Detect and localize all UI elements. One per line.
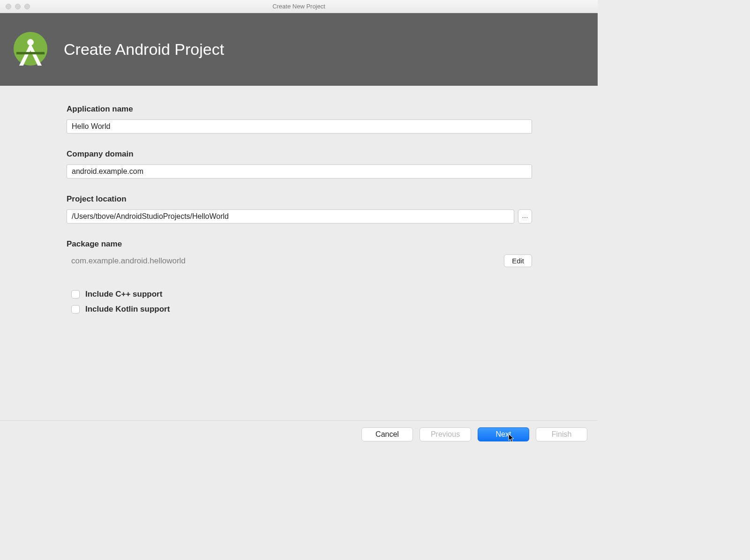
titlebar: Create New Project xyxy=(0,0,598,13)
include-kotlin-row: Include Kotlin support xyxy=(71,305,532,314)
company-domain-group: Company domain xyxy=(67,149,532,179)
application-name-input[interactable] xyxy=(67,119,532,134)
previous-button[interactable]: Previous xyxy=(420,427,471,441)
android-studio-icon xyxy=(10,29,51,71)
options-group: Include C++ support Include Kotlin suppo… xyxy=(67,290,532,314)
cancel-button[interactable]: Cancel xyxy=(361,427,413,441)
wizard-footer: Cancel Previous Next Finish xyxy=(0,420,598,448)
wizard-banner: Create Android Project xyxy=(0,13,598,86)
window-title: Create New Project xyxy=(0,3,598,10)
project-location-group: Project location … xyxy=(67,194,532,224)
project-location-input[interactable] xyxy=(67,209,514,224)
edit-package-button[interactable]: Edit xyxy=(504,254,532,267)
company-domain-label: Company domain xyxy=(67,149,532,159)
next-button[interactable]: Next xyxy=(478,427,529,441)
company-domain-input[interactable] xyxy=(67,164,532,179)
finish-button[interactable]: Finish xyxy=(536,427,587,441)
zoom-window-button[interactable] xyxy=(24,4,30,9)
include-kotlin-checkbox[interactable] xyxy=(71,305,80,314)
include-cpp-label: Include C++ support xyxy=(85,290,162,299)
browse-location-button[interactable]: … xyxy=(518,209,532,224)
include-kotlin-label: Include Kotlin support xyxy=(85,305,170,314)
include-cpp-checkbox[interactable] xyxy=(71,290,80,299)
form-area: Application name Company domain Project … xyxy=(0,86,598,314)
include-cpp-row: Include C++ support xyxy=(71,290,532,299)
wizard-title: Create Android Project xyxy=(64,40,224,59)
window-controls xyxy=(6,4,30,9)
package-name-label: Package name xyxy=(67,239,532,249)
close-window-button[interactable] xyxy=(6,4,11,9)
application-name-label: Application name xyxy=(67,105,532,114)
minimize-window-button[interactable] xyxy=(15,4,21,9)
application-name-group: Application name xyxy=(67,105,532,134)
svg-rect-2 xyxy=(16,52,45,54)
package-name-value: com.example.android.helloworld xyxy=(67,256,186,266)
package-name-group: Package name com.example.android.hellowo… xyxy=(67,239,532,267)
project-location-label: Project location xyxy=(67,194,532,204)
